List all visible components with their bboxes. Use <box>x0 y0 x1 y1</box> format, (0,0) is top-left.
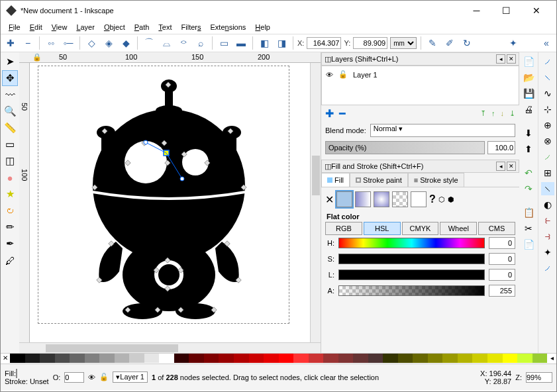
scrollbar-vertical[interactable] <box>310 63 321 342</box>
layers-iconify-button[interactable]: ◂ <box>496 54 505 64</box>
hue-input[interactable] <box>489 237 515 249</box>
linear-gradient-button[interactable] <box>355 191 371 207</box>
stroke-to-path-button[interactable]: ▬ <box>234 36 248 50</box>
status-visibility-icon[interactable]: 👁 <box>88 373 95 381</box>
tab-stroke-paint[interactable]: Stroke paint <box>350 173 408 187</box>
palette-swatch[interactable] <box>264 354 279 363</box>
node-cusp-button[interactable]: ◇ <box>84 36 99 50</box>
menu-extensions[interactable]: Extensions <box>207 22 250 32</box>
snap-node-icon[interactable]: ⟍ <box>541 71 554 84</box>
menu-text[interactable]: Text <box>154 22 176 32</box>
join-node-button[interactable]: ◦─ <box>61 36 76 50</box>
ruler-horizontal[interactable]: 🔒 50 100 150 200 <box>19 52 321 63</box>
fillstroke-iconify-button[interactable]: ◂ <box>496 162 505 171</box>
snap-intersect-icon[interactable]: ⊹ <box>541 103 554 116</box>
radial-gradient-button[interactable] <box>374 191 389 207</box>
segment-line-button[interactable]: ⌒ <box>142 36 156 50</box>
palette-swatch[interactable] <box>129 354 144 363</box>
palette-swatch[interactable] <box>99 354 115 363</box>
cms-tab[interactable]: CMS <box>478 222 515 235</box>
snap-center-icon[interactable]: ⊕ <box>541 119 554 132</box>
palette-swatch[interactable] <box>383 354 398 363</box>
layers-list[interactable]: 👁 🔓 Layer 1 <box>321 66 519 105</box>
remove-layer-button[interactable]: ━ <box>339 107 346 120</box>
palette-swatch[interactable] <box>368 354 383 363</box>
snap-midpoint-icon[interactable]: ◐ <box>541 198 554 211</box>
segment-arc2-button[interactable]: ⌕ <box>193 36 208 50</box>
status-layer-select[interactable]: ▾Layer 1 <box>113 371 148 383</box>
rect-tool[interactable]: ▭ <box>2 136 18 152</box>
maximize-button[interactable]: ☐ <box>491 1 521 21</box>
show-handles-button[interactable]: ◧ <box>257 36 272 50</box>
ellipse-tool[interactable]: ● <box>2 170 18 185</box>
tweak-tool[interactable]: 〰 <box>2 87 18 103</box>
fill-stroke-panel-header[interactable]: ◫Fill and Stroke (Shift+Ctrl+F) ◂ ✕ <box>321 160 519 173</box>
palette-swatch[interactable] <box>234 354 249 363</box>
blend-mode-select[interactable]: Normal ▾ <box>370 124 515 137</box>
palette-swatch[interactable] <box>189 354 204 363</box>
opacity-slider[interactable]: Opacity (%) <box>325 141 485 154</box>
lig-slider[interactable] <box>338 270 485 280</box>
menu-layer[interactable]: Layer <box>72 22 99 32</box>
lig-input[interactable] <box>489 269 515 281</box>
palette-swatch[interactable] <box>293 354 309 363</box>
object-to-path-button[interactable]: ▭ <box>217 36 231 50</box>
node-smooth-button[interactable]: ◈ <box>101 36 116 50</box>
palette-none[interactable]: ✕ <box>1 354 10 364</box>
color-palette[interactable]: ✕ ◂ <box>1 353 556 364</box>
node-symmetric-button[interactable]: ◆ <box>119 36 133 50</box>
palette-swatch[interactable] <box>204 354 219 363</box>
edit-clip-button[interactable]: ✎ <box>425 36 440 50</box>
menu-object[interactable]: Object <box>100 22 129 32</box>
palette-swatch[interactable] <box>249 354 264 363</box>
close-button[interactable]: ✕ <box>521 1 551 21</box>
palette-menu[interactable]: ◂ <box>547 354 556 364</box>
import-icon[interactable]: ⬇ <box>522 126 535 140</box>
layer-top-button[interactable]: ⤒ <box>480 109 486 118</box>
palette-swatch[interactable] <box>487 354 503 363</box>
palette-swatch[interactable] <box>338 354 354 363</box>
opacity-quick-input[interactable] <box>64 372 84 383</box>
palette-swatch[interactable] <box>517 354 532 363</box>
layers-panel-header[interactable]: ◫Layers (Shift+Ctrl+L) ◂ ✕ <box>321 52 519 66</box>
palette-swatch[interactable] <box>309 354 324 363</box>
pencil-tool[interactable]: ✏ <box>2 219 18 235</box>
snap-path-icon[interactable]: ∿ <box>541 87 554 100</box>
tab-fill[interactable]: Fill <box>321 173 350 187</box>
rgb-tab[interactable]: RGB <box>325 222 362 235</box>
palette-swatch[interactable] <box>10 354 25 363</box>
palette-swatch[interactable] <box>25 354 40 363</box>
cmyk-tab[interactable]: CMYK <box>402 222 439 235</box>
tab-stroke-style[interactable]: ≡Stroke style <box>408 173 464 187</box>
zoom-tool[interactable]: 🔍 <box>2 103 18 119</box>
save-doc-icon[interactable]: 💾 <box>522 87 535 100</box>
palette-swatch[interactable] <box>70 354 85 363</box>
palette-swatch[interactable] <box>398 354 413 363</box>
selector-tool[interactable]: ➤ <box>2 54 18 70</box>
unit-select[interactable]: mm <box>390 37 417 49</box>
snap-menu-button[interactable]: « <box>539 36 554 50</box>
palette-swatch[interactable] <box>458 354 473 363</box>
swatch-button[interactable] <box>411 191 427 207</box>
status-lock-icon[interactable]: 🔓 <box>99 373 109 381</box>
cut-icon[interactable]: ✂ <box>522 222 535 235</box>
snap-corner-icon[interactable]: ⥽ <box>541 230 554 243</box>
palette-swatch[interactable] <box>472 354 487 363</box>
palette-swatch[interactable] <box>428 354 443 363</box>
open-doc-icon[interactable]: 📂 <box>522 71 535 84</box>
no-paint-button[interactable]: ✕ <box>325 193 334 206</box>
mesh-button[interactable]: ⬢ <box>448 195 454 204</box>
snap-grid-icon[interactable]: ⊞ <box>541 166 554 179</box>
redo-icon[interactable]: ↷ <box>522 182 535 195</box>
snap-guide-icon[interactable]: ⟋ <box>541 150 554 164</box>
fillstroke-close-button[interactable]: ✕ <box>507 162 516 171</box>
paste-icon[interactable]: 📄 <box>522 238 535 251</box>
palette-swatch[interactable] <box>40 354 55 363</box>
palette-swatch[interactable] <box>503 354 518 363</box>
add-layer-button[interactable]: ✚ <box>325 107 334 120</box>
pattern-button[interactable] <box>392 191 408 207</box>
palette-swatch[interactable] <box>159 354 174 363</box>
unset-paint-button[interactable]: ⬡ <box>438 195 445 204</box>
snap-edge-icon[interactable]: ⥼ <box>541 214 554 227</box>
palette-swatch[interactable] <box>55 354 70 363</box>
